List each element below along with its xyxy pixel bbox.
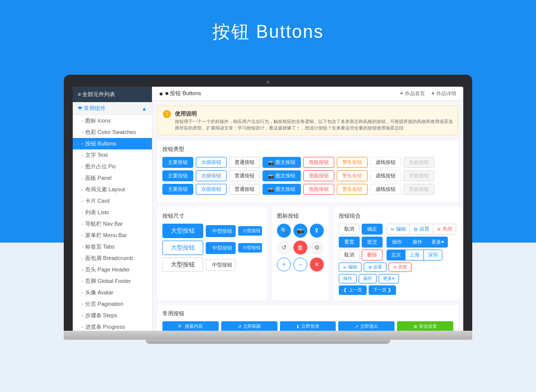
icon-btn-close[interactable]: ✕: [310, 258, 324, 271]
sidebar-item-buttons[interactable]: 按钮 Buttons: [73, 138, 152, 149]
combo-close-btn[interactable]: ✕关闭: [433, 224, 456, 234]
sidebar-item-avatar[interactable]: 头像 Avatar: [73, 287, 152, 298]
icon-btn-trash[interactable]: 🗑: [293, 241, 307, 255]
primary-btn-3[interactable]: 主要按钮: [162, 184, 193, 195]
combo-city-bj[interactable]: 北京: [387, 250, 405, 260]
pager-prev[interactable]: ❮ 上一页: [339, 285, 367, 295]
ghost-btn-2[interactable]: 虚线按钮: [370, 170, 401, 181]
danger-btn-3[interactable]: 危险按钮: [303, 184, 334, 195]
sidebar-item-tabs[interactable]: 标签页 Tabs: [73, 241, 152, 253]
edit-icon-2: ✏: [343, 265, 347, 270]
medium-default-btn[interactable]: 中型按钮: [206, 259, 236, 271]
icontext-btn-1[interactable]: 📷图文按钮: [263, 157, 301, 168]
pager-more-btn[interactable]: 更多▾: [379, 274, 399, 283]
default-btn-2[interactable]: 普通按钮: [229, 170, 260, 181]
common-refresh-btn[interactable]: ↺立即刷新: [221, 321, 277, 331]
icon-btn-settings[interactable]: ⚙: [310, 241, 324, 255]
pager-settings-btn[interactable]: ⚙设置: [364, 262, 387, 272]
combo-edit-btn[interactable]: ✏编辑: [387, 224, 410, 234]
common-search-btn[interactable]: 🔍搜索内容: [162, 321, 219, 331]
combo-more-btn[interactable]: 更多▾: [427, 237, 448, 248]
sidebar-item-layout[interactable]: 布局元素 Layout: [73, 184, 152, 195]
sidebar-item-card[interactable]: 卡片 Card: [73, 195, 152, 207]
primary-btn-1[interactable]: 主要按钮: [162, 157, 193, 168]
sizes-row-large-2: 大型按钮 中型按钮 小型按钮: [162, 241, 262, 255]
main-content: ■ ■ 按钮 Buttons ✦ 作品首页 ✦ 作品详情 ! 使用说明: [152, 87, 463, 331]
warning-btn-3[interactable]: 警告按钮: [337, 184, 368, 195]
pager-next[interactable]: 下一页 ❯: [369, 285, 397, 295]
combo-cancel-1[interactable]: 取消: [339, 224, 360, 235]
combo-reset-1[interactable]: 重置: [339, 237, 360, 248]
icon-btn-camera[interactable]: 📷: [293, 224, 307, 238]
sidebar-item-text[interactable]: 文字 Text: [73, 149, 152, 161]
secondary-btn-2[interactable]: 次级按钮: [196, 170, 227, 181]
sidebar-section[interactable]: ❤ 常用组件 ▲: [73, 102, 152, 115]
large-secondary-btn[interactable]: 大型按钮: [162, 241, 203, 255]
topbar-links: ✦ 作品首页 ✦ 作品详情: [400, 90, 456, 97]
icon-btn-add[interactable]: +: [277, 258, 291, 271]
primary-btn-2[interactable]: 主要按钮: [162, 170, 193, 181]
combo-settings-btn[interactable]: ⚙设置: [410, 224, 433, 234]
sidebar-item-panel[interactable]: 面板 Panel: [73, 172, 152, 184]
icon-btn-refresh[interactable]: ↺: [277, 241, 291, 255]
sidebar-item-lists[interactable]: 列表 Lists: [73, 207, 152, 218]
combo-cancel-2[interactable]: 取消: [339, 250, 360, 261]
sidebar-item-pageheader[interactable]: 页头 Page Header: [73, 264, 152, 275]
combo-action-group: 操作 操作 更多▾: [387, 237, 448, 248]
topbar-link-detail[interactable]: ✦ 作品详情: [431, 90, 456, 97]
section-types-title: 按钮类型: [162, 145, 453, 153]
sidebar-item-progress[interactable]: 进度条 Progress: [73, 321, 152, 331]
sidebar-item-breadcrumb[interactable]: 面包屑 Breadcrumb: [73, 253, 152, 264]
warning-btn-2[interactable]: 警告按钮: [337, 170, 368, 181]
small-primary-btn-2[interactable]: 小型按钮: [238, 243, 262, 253]
icon-btn-search[interactable]: 🔍: [277, 224, 291, 238]
combo-city-sz[interactable]: 深圳: [423, 250, 442, 260]
sidebar-item-pic[interactable]: 图片占位 Pic: [73, 161, 152, 172]
section-combo: 按钮组合 取消 确定 ✏编辑 ⚙设置 ✕关闭: [334, 207, 461, 300]
icontext-btn-3[interactable]: 📷图文按钮: [263, 184, 301, 195]
combo-action-btn[interactable]: 操作: [387, 237, 407, 248]
common-login-btn[interactable]: ⬇立即登录: [280, 321, 336, 331]
content-area: ! 使用说明 按钮用于一个一个的对操作，响应用户点击行为，触发相应的业务逻辑。以…: [152, 101, 463, 331]
default-btn-1[interactable]: 普通按钮: [229, 157, 260, 168]
section-common-title: 常用按钮: [162, 310, 453, 317]
large-primary-btn[interactable]: 大型按钮: [162, 224, 203, 238]
medium-primary-btn-2[interactable]: 中型按钮: [206, 242, 236, 254]
close-icon-2: ✕: [393, 265, 397, 270]
combo-delete-btn[interactable]: 删除: [362, 250, 383, 261]
secondary-btn-3[interactable]: 次级按钮: [196, 184, 227, 195]
pager-edit-btn[interactable]: ✏编辑: [339, 262, 362, 272]
section-icons-title: 图标按钮: [277, 212, 324, 220]
warning-btn-1[interactable]: 警告按钮: [337, 157, 368, 168]
combo-action-btn-2[interactable]: 操作: [407, 237, 427, 248]
sidebar-item-menubar[interactable]: 菜单栏 Menu Bar: [73, 230, 152, 241]
small-primary-btn-1[interactable]: 小型按钮: [238, 226, 262, 236]
medium-primary-btn-1[interactable]: 中型按钮: [206, 225, 236, 237]
danger-btn-1[interactable]: 危险按钮: [303, 157, 334, 168]
secondary-btn-1[interactable]: 次级按钮: [196, 157, 227, 168]
icon-btn-minus[interactable]: −: [293, 258, 307, 271]
sidebar-item-icons[interactable]: 图标 Icons: [73, 115, 152, 127]
more-label[interactable]: 更多▾: [427, 237, 448, 248]
sidebar-item-navbar[interactable]: 导航栏 Nav Bar: [73, 218, 152, 230]
ghost-btn-1[interactable]: 虚线按钮: [370, 157, 401, 168]
topbar-link-home[interactable]: ✦ 作品首页: [400, 90, 425, 97]
ghost-btn-3[interactable]: 虚线按钮: [370, 184, 401, 195]
pager-action-btn[interactable]: 操作: [339, 274, 357, 283]
default-btn-3[interactable]: 普通按钮: [229, 184, 260, 195]
sidebar-item-steps[interactable]: 步骤条 Steps: [73, 310, 152, 321]
combo-city-sh[interactable]: 上海: [405, 250, 423, 260]
pager-close-btn[interactable]: ✕关闭: [389, 262, 411, 272]
combo-confirm-1[interactable]: 确定: [362, 224, 383, 235]
common-logout-btn[interactable]: ↗立即退出: [338, 321, 395, 331]
icontext-btn-2[interactable]: 📷图文按钮: [263, 170, 301, 181]
sidebar-item-pagination[interactable]: 分页 Pagination: [73, 298, 152, 310]
icon-btn-mic[interactable]: 🎙: [310, 224, 324, 238]
combo-submit-1[interactable]: 提交: [362, 237, 383, 248]
danger-btn-2[interactable]: 危险按钮: [303, 170, 334, 181]
sidebar-item-footer[interactable]: 页脚 Global Footer: [73, 275, 152, 287]
large-default-btn[interactable]: 大型按钮: [162, 258, 203, 272]
pager-action-btn-2[interactable]: 操作: [359, 274, 377, 283]
sidebar-item-colors[interactable]: 色彩 Color Swatches: [73, 127, 152, 138]
common-security-btn[interactable]: ⚙安全设置: [397, 321, 453, 331]
